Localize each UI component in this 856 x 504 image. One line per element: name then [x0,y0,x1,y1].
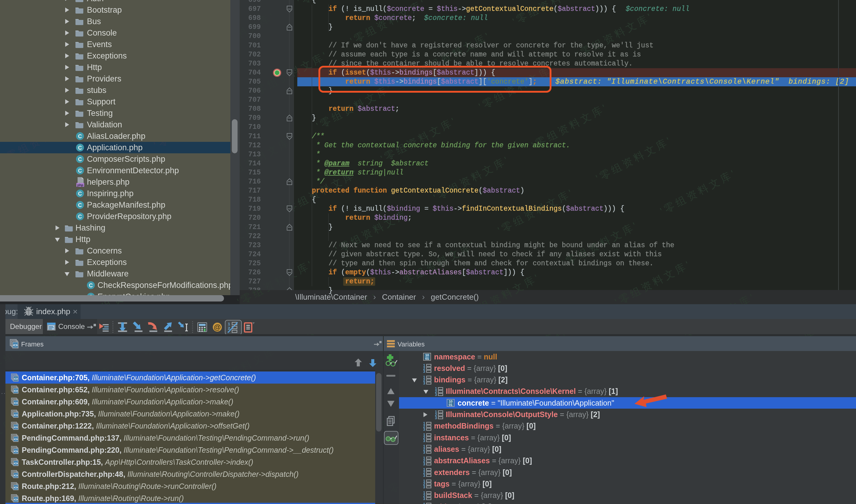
svg-text:1: 1 [423,503,425,504]
svg-text:3: 3 [435,416,437,419]
svg-text:3: 3 [423,381,425,384]
svg-text:3: 3 [423,450,425,454]
svg-text:3: 3 [423,485,425,488]
svg-text:3: 3 [423,427,425,431]
svg-text:<>: <> [14,438,18,441]
svg-text:<>: <> [14,474,18,478]
svg-text:<>: <> [14,450,18,453]
svg-text:3: 3 [423,473,425,477]
svg-text:3: 3 [423,370,425,373]
svg-text:2: 2 [228,326,230,330]
svg-text:<>: <> [14,486,18,489]
svg-text:3: 3 [423,439,425,442]
svg-text:<>: <> [13,343,18,348]
svg-text:<>: <> [14,377,18,381]
svg-text:01: 01 [425,357,429,360]
svg-text:<>: <> [14,401,18,405]
svg-text:<>: <> [14,389,18,393]
svg-text:1: 1 [228,322,230,326]
svg-text:@: @ [214,323,221,331]
svg-text:<>: <> [14,413,18,417]
svg-text:3: 3 [435,393,437,396]
svg-text:<>: <> [14,498,18,502]
svg-text:<>: <> [14,462,18,465]
svg-text:<>: <> [14,426,18,429]
svg-text:3: 3 [423,497,425,500]
svg-text:01: 01 [449,403,452,407]
svg-text:3: 3 [423,462,425,465]
